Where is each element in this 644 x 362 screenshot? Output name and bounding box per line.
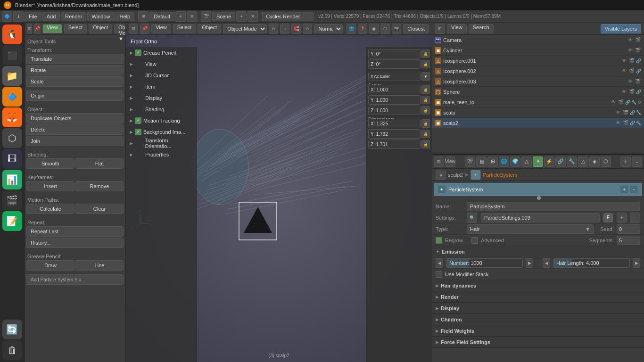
vmenu-grease-pencil[interactable]: ▶ ✓ Grease Pencil [126, 47, 196, 58]
scene-select[interactable]: Scene [212, 12, 235, 21]
scene-icon-btn[interactable]: 🎬 [465, 156, 475, 167]
layout-select[interactable]: Default [149, 12, 174, 21]
scene-icon[interactable]: 🎬 [201, 11, 211, 22]
left-panel-icon[interactable]: ⊞ [27, 24, 32, 34]
transform-select[interactable]: Normal [314, 24, 343, 33]
dock-icon-files[interactable]: 📁 [2, 66, 22, 86]
scene-data-icon-btn[interactable]: 🌐 [499, 156, 509, 167]
select-menu[interactable]: Select [173, 24, 196, 33]
render-menu[interactable]: Render [61, 12, 86, 21]
regrow-checkbox[interactable] [436, 237, 442, 244]
scale-btn[interactable]: Scale [26, 76, 124, 87]
dim-y-lock[interactable]: 🔒 [421, 130, 430, 138]
number-inc-btn[interactable]: ▶ [526, 258, 533, 268]
texture-icon[interactable]: 📷 [392, 24, 401, 34]
rotation-y-field[interactable]: Y: 0° [368, 49, 421, 58]
rotation-z-field[interactable]: Z: 0° [368, 59, 421, 69]
breadcrumb-particle-icon[interactable]: ✦ [471, 170, 481, 180]
outliner-search-btn[interactable]: Search [469, 24, 494, 33]
global-icon[interactable]: 🌐 [347, 24, 356, 34]
field-weights-section[interactable]: ▶ Field Weights [432, 325, 644, 337]
hair-length-inc-btn[interactable]: ▶ [633, 258, 640, 268]
outliner-item-ico1[interactable]: △ Icosphere.001 👁 🎬 🔗 [432, 56, 644, 66]
line-btn[interactable]: Line [75, 260, 124, 271]
info-icon[interactable]: ℹ [13, 11, 24, 22]
children-section[interactable]: ▶ Children [432, 314, 644, 325]
draw-btn[interactable]: Draw [26, 260, 74, 271]
outliner-icon[interactable]: ⊞ [435, 24, 445, 34]
dock-icon-update[interactable]: 🔄 [2, 320, 22, 339]
blender-menu-icon[interactable]: 🔷 [2, 11, 12, 22]
particles-icon-btn[interactable]: ✦ [533, 156, 543, 167]
outliner-item-scalp[interactable]: ▣ scalp 👁 🎬 🔗 🔧 [432, 107, 644, 118]
calculate-btn[interactable]: Calculate [26, 204, 74, 214]
rotation-z-lock[interactable]: 🔒 [421, 60, 430, 68]
object-icon-btn[interactable]: △ [521, 156, 532, 167]
vmenu-background-ima[interactable]: ▶ ✓ Background Ima... [126, 126, 196, 138]
add-layout-icon[interactable]: + [175, 11, 186, 22]
repeat-last-btn[interactable]: Repeat Last [26, 226, 124, 237]
material-icon-btn[interactable]: ◈ [589, 156, 600, 167]
viewport-canvas[interactable]: X Y Z Front Ortho (3) scalp2 Y: 0° 🔒 Z: … [126, 35, 432, 362]
dock-icon-render[interactable]: 🎞 [2, 149, 22, 169]
dim-z-lock[interactable]: 🔒 [421, 140, 430, 148]
outliner-item-scalp2[interactable]: ▣ scalp2 👁 🎬 🔗 🔧 [432, 118, 644, 128]
dock-icon-firefox[interactable]: 🦊 [2, 107, 22, 127]
modifier-stack-checkbox[interactable] [436, 271, 442, 278]
hair-dynamics-section[interactable]: ▶ Hair dynamics [432, 280, 644, 291]
settings-value[interactable]: ParticleSettings.009 [481, 213, 600, 222]
history-btn[interactable]: History... [26, 238, 124, 248]
dock-icon-ubuntu[interactable]: 🐧 [2, 25, 22, 44]
vmenu-transform-orient[interactable]: ▶ Transform Orientatio... [126, 138, 196, 149]
smooth-btn[interactable]: Smooth [26, 158, 74, 169]
add-particle-btn[interactable]: Add Particle System Slo... [26, 274, 124, 285]
texture-icon-btn[interactable]: ⬡ [601, 156, 611, 167]
modifier-icon-btn[interactable]: 🔧 [567, 156, 577, 167]
advanced-checkbox[interactable] [471, 237, 478, 244]
settings-minus-btn[interactable]: - [630, 213, 640, 223]
render-section[interactable]: ▶ Render [432, 291, 644, 303]
visible-layers-btn[interactable]: Visible Layers [601, 24, 641, 33]
scale-z-lock[interactable]: 🔒 [421, 106, 430, 115]
file-menu[interactable]: File [25, 12, 41, 21]
close-scene-icon[interactable]: ✕ [248, 11, 258, 22]
origin-btn[interactable]: Origin [26, 90, 124, 101]
clear-btn[interactable]: Clear [75, 204, 124, 214]
rotate-btn[interactable]: Rotate [26, 65, 124, 75]
wireframe-icon[interactable]: ⬡ [380, 24, 390, 34]
breadcrumb-scalp[interactable]: scalp2 [448, 172, 463, 178]
dock-icon-libreoffice[interactable]: 📝 [2, 211, 22, 231]
vmenu-item[interactable]: ▶ Item [126, 81, 196, 92]
render-icon-btn[interactable]: 🖥 [476, 156, 487, 167]
outliner-item-male-teen[interactable]: ▣ male_teen_lo 👁 🎬 🔗 🔧 ⚙ [432, 97, 644, 107]
dim-y-field[interactable]: Y: 1.732 [368, 129, 421, 139]
display-section[interactable]: ▶ Display [432, 303, 644, 314]
layers-icon-btn[interactable]: ⊞ [487, 156, 498, 167]
dim-z-field[interactable]: Z: 1.701 [368, 140, 421, 149]
outliner-item-camera[interactable]: 📷 Camera 👁 🎬 [432, 35, 644, 45]
breadcrumb-icon[interactable]: ◈ [436, 170, 446, 180]
plus-btn[interactable]: + [620, 156, 631, 167]
dock-icon-terminal[interactable]: ⬛ [2, 45, 22, 65]
local-icon[interactable]: 📍 [358, 24, 367, 34]
vmenu-properties[interactable]: ▶ Properties [126, 149, 196, 160]
outliner-item-ico3[interactable]: △ Icosphere.003 👁 🎬 [432, 76, 644, 87]
add-scene-icon[interactable]: + [236, 11, 247, 22]
scale-y-lock[interactable]: 🔒 [421, 96, 430, 104]
object-mode-btn[interactable]: Object Mode ▼ [114, 24, 126, 33]
settings-plus-btn[interactable]: + [617, 213, 627, 223]
join-btn[interactable]: Join [26, 136, 124, 146]
window-menu[interactable]: Window [87, 12, 114, 21]
vmenu-3d-cursor[interactable]: ▶ 3D Cursor [126, 70, 196, 81]
viewport-pin[interactable]: 📌 [140, 24, 149, 34]
object-tab[interactable]: Object [89, 24, 112, 33]
pivot-icon[interactable]: ⊙ [269, 24, 278, 34]
delete-btn[interactable]: Delete [26, 124, 124, 135]
particle-plus-btn[interactable]: + [620, 185, 628, 194]
dim-x-lock[interactable]: 🔒 [421, 119, 430, 128]
type-value[interactable]: Hair ▼ [467, 224, 594, 234]
vmenu-view[interactable]: ▶ View [126, 58, 196, 70]
dock-icon-software[interactable]: ⬡ [2, 128, 22, 148]
remove-btn[interactable]: Remove [75, 181, 124, 191]
minus-btn[interactable]: - [632, 156, 642, 167]
